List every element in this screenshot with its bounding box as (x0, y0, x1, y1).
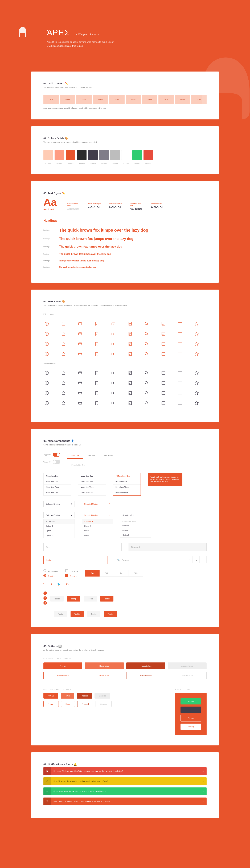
checkbox-checked[interactable] (65, 574, 68, 577)
dropdown-closed[interactable]: Selected Option▾ (44, 501, 75, 507)
icon (160, 320, 167, 327)
color-swatch (132, 150, 142, 160)
icon (127, 331, 133, 337)
icon (44, 400, 50, 406)
grid-caption: Page Width: 1440px with Column Width of … (44, 107, 206, 109)
close-icon[interactable]: × (200, 800, 206, 802)
alert-icon: ✖ (44, 767, 51, 775)
svg-point-47 (145, 392, 147, 394)
small-button[interactable]: Pressed (77, 693, 92, 699)
icon (60, 341, 67, 347)
color-swatch (110, 150, 120, 160)
icon (143, 370, 150, 376)
headings-title: Headings (44, 219, 206, 222)
alert-text: Need help? Let's chat, call us ... just … (51, 800, 200, 802)
primary-button[interactable]: Primary (44, 662, 82, 670)
icon (143, 341, 150, 347)
icon (93, 390, 100, 396)
button-category: BUTTONS LARGE · STATES (44, 658, 206, 660)
text-input[interactable]: Text (44, 543, 121, 551)
toggle-on[interactable] (53, 453, 60, 457)
icon (93, 331, 100, 337)
small-button[interactable]: Primary (44, 701, 59, 707)
icon (160, 390, 167, 396)
icon (127, 400, 133, 406)
outline-button[interactable]: Primary state (44, 672, 82, 679)
icon (110, 370, 117, 376)
section-title: 05. Misc Components 👤 (44, 439, 206, 442)
svg-rect-36 (79, 382, 82, 384)
dropdown[interactable]: Selected Option▾ (44, 512, 75, 518)
search-input[interactable]: 🔍Search (115, 556, 179, 564)
close-icon[interactable]: × (200, 770, 206, 772)
toggle-off[interactable] (53, 460, 60, 464)
small-button[interactable]: Hover (61, 693, 74, 699)
icon (160, 380, 167, 386)
icon (127, 341, 133, 347)
swatch-label: #807D89 (99, 162, 109, 164)
dropdown-open[interactable]: Selected Option▾ (82, 501, 113, 507)
small-button[interactable]: Primary (44, 693, 58, 699)
swatch-label: #FFFFFF (121, 162, 131, 164)
icon (77, 370, 83, 376)
color-swatch (88, 150, 98, 160)
svg-rect-32 (129, 371, 132, 374)
icon (93, 380, 100, 386)
add-button[interactable]: Primary (180, 715, 201, 721)
svg-rect-39 (129, 381, 132, 384)
swatch-label: #FF9C82 (55, 162, 64, 164)
checkbox[interactable] (65, 569, 68, 572)
icon (77, 351, 83, 357)
icon (77, 390, 83, 396)
icon (93, 370, 100, 376)
tab-item[interactable]: Item Two (83, 453, 100, 459)
google-icon[interactable]: G (50, 582, 52, 586)
tab-item[interactable]: Item One (67, 453, 83, 459)
text-input-active[interactable]: Active (44, 556, 108, 564)
facebook-icon[interactable]: f (44, 582, 44, 586)
svg-rect-50 (79, 402, 82, 404)
small-button[interactable]: Pressed (77, 701, 93, 707)
tooltip: Tooltip (84, 596, 97, 601)
icon (110, 320, 117, 327)
tab-item[interactable]: Item Three (100, 453, 117, 459)
icon (160, 331, 167, 337)
close-icon[interactable]: × (200, 780, 206, 782)
linkedin-icon[interactable]: in (66, 582, 68, 586)
close-icon[interactable]: × (200, 790, 206, 792)
dropdown[interactable]: Selected Option▾ (120, 512, 151, 518)
pressed-button[interactable]: Pressed state (126, 662, 165, 670)
outline-pressed-button[interactable]: Pressed state (126, 672, 165, 679)
icon (177, 351, 183, 357)
grid-column: 1200px (60, 95, 75, 104)
section-icons: 04. Text Styles 🎨 The presented grid is … (31, 289, 219, 422)
color-swatch (55, 150, 64, 160)
outline-hover-button[interactable]: Hover state (85, 672, 124, 679)
color-swatch (121, 150, 131, 160)
radio-selected[interactable] (44, 574, 46, 577)
twitter-icon[interactable]: 🐦 (57, 582, 61, 586)
add-button[interactable]: Primary (180, 707, 201, 713)
svg-rect-29 (79, 372, 82, 374)
tooltip: Tooltip (71, 611, 84, 617)
hover-button[interactable]: Hover state (85, 662, 124, 670)
small-button: Disabled (94, 693, 110, 699)
tab-placeholder[interactable]: Placeholder Text (67, 462, 90, 468)
icon (77, 400, 83, 406)
svg-point-3 (113, 323, 114, 324)
add-button[interactable]: Primary (180, 723, 201, 730)
badge: 3 (44, 601, 47, 604)
background-helmet (191, 52, 250, 139)
add-button[interactable]: Primary (180, 698, 201, 705)
alert-text: Houston! We have a problem! Our users ar… (51, 770, 200, 772)
icon (110, 390, 117, 396)
section-misc: 05. Misc Components 👤 Some components to… (31, 429, 219, 627)
dropdown[interactable]: Selected Option▾ (82, 512, 113, 518)
menu-active: ✓ Menu Item One Menu Item Two Menu Item … (113, 473, 141, 496)
small-button: Disabled (95, 701, 112, 707)
quantity-stepper[interactable]: −1+ (186, 556, 206, 563)
radio[interactable] (44, 569, 46, 572)
svg-point-10 (113, 333, 114, 334)
icon (127, 390, 133, 396)
small-button[interactable]: Hover (61, 701, 75, 707)
